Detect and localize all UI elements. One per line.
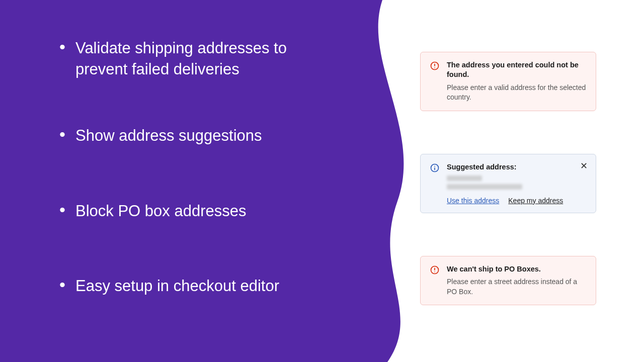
- error1-text: Please enter a valid address for the sel…: [447, 83, 587, 103]
- bullet-4: Easy setup in checkout editor: [55, 276, 337, 297]
- blurred-address-line-1: [447, 175, 482, 181]
- error2-title: We can't ship to PO Boxes.: [447, 264, 587, 275]
- keep-my-address-link[interactable]: Keep my address: [508, 197, 563, 205]
- bullet-1: Validate shipping addresses to prevent f…: [55, 38, 337, 80]
- use-this-address-link[interactable]: Use this address: [447, 197, 499, 205]
- alert-circle-icon: [430, 61, 440, 71]
- svg-point-8: [434, 271, 435, 272]
- bullet-3: Block PO box addresses: [55, 201, 337, 222]
- error-po-box: We can't ship to PO Boxes. Please enter …: [420, 256, 596, 306]
- feature-bullets: Validate shipping addresses to prevent f…: [55, 38, 337, 347]
- error1-title: The address you entered could not be fou…: [447, 60, 587, 80]
- suggest-title: Suggested address:: [447, 162, 587, 172]
- blurred-address-line-2: [447, 184, 522, 190]
- close-icon[interactable]: ✕: [580, 161, 588, 170]
- svg-point-4: [434, 166, 435, 167]
- error2-text: Please enter a street address instead of…: [447, 277, 587, 297]
- info-circle-icon: [430, 163, 440, 173]
- alert-circle-icon: [430, 265, 440, 275]
- svg-point-2: [434, 67, 435, 68]
- error-address-not-found: The address you entered could not be fou…: [420, 52, 596, 111]
- suggested-address-card: ✕ Suggested address: Use this address Ke…: [420, 154, 596, 213]
- bullet-2: Show address suggestions: [55, 125, 337, 146]
